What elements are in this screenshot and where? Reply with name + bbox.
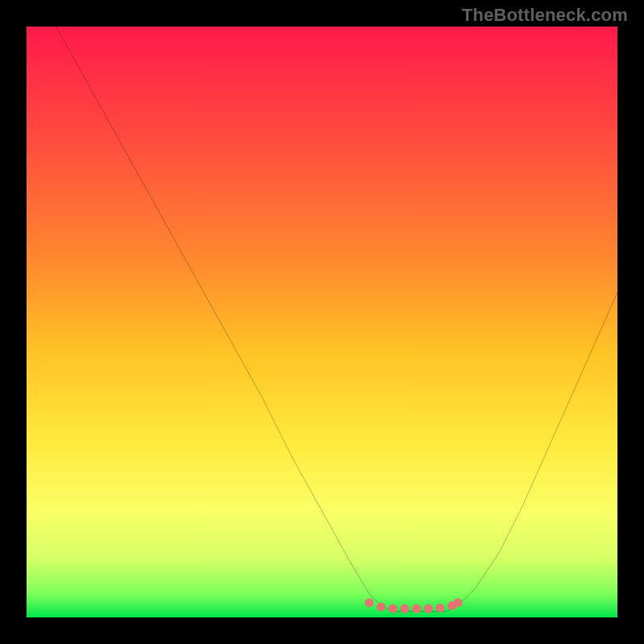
marker-dot (424, 604, 433, 613)
chart-frame: TheBottleneck.com (0, 0, 644, 644)
marker-dot (436, 604, 444, 613)
marker-dot (412, 604, 421, 613)
marker-dot (365, 598, 374, 607)
gradient-background (27, 27, 617, 617)
marker-dot (389, 604, 398, 613)
watermark-text: TheBottleneck.com (462, 5, 628, 26)
bottleneck-curve-chart (27, 27, 617, 617)
marker-dot (453, 598, 462, 607)
marker-dot (377, 602, 386, 611)
marker-dot (400, 604, 409, 613)
